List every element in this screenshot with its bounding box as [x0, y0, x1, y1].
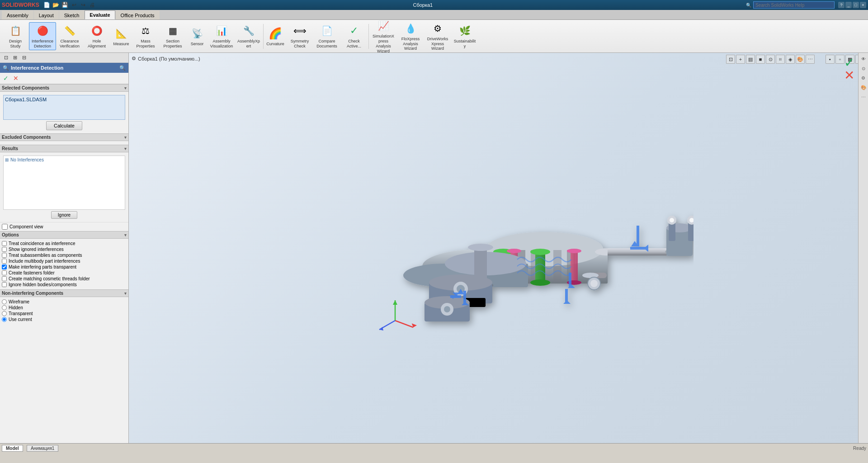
excluded-components-label: Excluded Components [2, 135, 51, 140]
sustainability-btn[interactable]: 🌿 Sustainability [451, 23, 478, 50]
treat-subassemblies-checkbox[interactable] [2, 253, 7, 258]
rs-filter-btn[interactable]: ⊙ [859, 64, 868, 72]
floxpress-icon: 💧 [403, 21, 418, 36]
symmetry-check-btn[interactable]: ⟺ Symmetry Check [286, 23, 313, 50]
tab-layout[interactable]: Layout [34, 10, 59, 19]
driveworks-btn[interactable]: ⚙ DriveWorksXpress Wizard [424, 20, 451, 52]
panel-help-icon[interactable]: 🔍 [119, 65, 126, 71]
viewport[interactable]: ⊡ + ▤ ■ ⊙ ⌗ ◈ 🎨 ⋯ ▪ ▫ ▩ ✕ ⚙ Сборка1 (По … [129, 53, 868, 443]
close-button[interactable]: × [860, 2, 866, 8]
zoom-in-btn[interactable]: + [736, 55, 745, 64]
rs-eye-btn[interactable]: 👁 [859, 55, 868, 63]
split-view-2[interactable]: ▫ [835, 55, 844, 64]
create-fasteners-label: Create fasteners folder [9, 270, 55, 275]
design-study-btn[interactable]: 📋 Design Study [2, 23, 29, 50]
more-view-btn[interactable]: ⋯ [806, 55, 815, 64]
rs-color-btn[interactable]: 🎨 [859, 83, 868, 91]
compare-docs-btn[interactable]: 📄 Compare Documents [313, 23, 340, 50]
calculate-button[interactable]: Calculate [46, 121, 82, 130]
include-multibody-checkbox[interactable] [2, 259, 7, 264]
view-options-btn[interactable]: ▤ [746, 55, 755, 64]
confirm-x[interactable]: ✕ [844, 69, 854, 82]
create-cosmetic-checkbox[interactable] [2, 276, 7, 281]
ignore-button[interactable]: Ignore [51, 211, 77, 219]
floxpress-btn[interactable]: 💧 FloXpress Analysis Wizard [397, 20, 424, 52]
show-ignored-checkbox[interactable] [2, 247, 7, 252]
assembly-xpert-btn[interactable]: 🔧 AssemblyXpert [235, 23, 262, 50]
non-interfering-header[interactable]: Non-interfering Components ▾ [0, 289, 128, 297]
create-fasteners-checkbox[interactable] [2, 270, 7, 275]
include-multibody-label: Include multibody part interferences [9, 259, 80, 264]
panel-header: 🔍 Interference Detection 🔍 [0, 63, 128, 73]
mass-properties-btn[interactable]: ⚖ Mass Properties [132, 23, 159, 50]
confirm-check[interactable]: ✓ [844, 57, 854, 69]
maximize-button[interactable]: □ [853, 2, 859, 8]
qa-redo[interactable]: ↪ [79, 1, 87, 9]
split-view-1[interactable]: ▪ [826, 55, 835, 64]
measure-btn[interactable]: 📐 Measure [110, 25, 132, 47]
appearance-btn[interactable]: 🎨 [796, 55, 805, 64]
clearance-verification-btn[interactable]: 📏 Clearance Verification [56, 23, 83, 50]
selected-components-header[interactable]: Selected Components ▾ [0, 84, 128, 92]
mass-label: Mass Properties [134, 39, 157, 49]
model-tab[interactable]: Model [2, 445, 23, 452]
svg-marker-70 [393, 300, 397, 305]
tab-office-products[interactable]: Office Products [116, 10, 160, 19]
zoom-to-fit-btn[interactable]: ⊡ [726, 55, 735, 64]
make-transparent-checkbox[interactable] [2, 265, 7, 269]
component-view-checkbox[interactable] [2, 224, 8, 230]
tab-sketch[interactable]: Sketch [59, 10, 85, 19]
panel-tool-2[interactable]: ⊞ [11, 54, 19, 62]
qa-open[interactable]: 📂 [52, 1, 60, 9]
section-properties-btn[interactable]: ▦ Section Properties [159, 23, 186, 50]
transparent-radio[interactable] [2, 311, 7, 316]
curvature-btn[interactable]: 🌈 Curvature [264, 25, 286, 47]
panel-tool-1[interactable]: ⊡ [2, 54, 10, 62]
animation-tab[interactable]: Анимация1 [27, 445, 59, 452]
search-input[interactable] [753, 1, 835, 9]
display-style-btn[interactable]: ■ [756, 55, 765, 64]
panel-header-icon: 🔍 [3, 65, 9, 71]
minimize-button[interactable]: _ [845, 2, 852, 8]
qa-new[interactable]: 📄 [43, 1, 51, 9]
help-button[interactable]: ? [838, 2, 844, 8]
measure-icon: 📐 [114, 26, 128, 41]
assembly-visualization-btn[interactable]: 📊 Assembly Visualization [208, 23, 235, 50]
cancel-button[interactable]: ✕ [12, 74, 20, 82]
selected-components-content: Сборка1.SLDASM Calculate [0, 92, 128, 133]
use-current-radio[interactable] [2, 317, 7, 322]
wireframe-radio[interactable] [2, 299, 7, 304]
assembly-3d-model [377, 140, 693, 357]
rs-more-btn[interactable]: ⋯ [859, 93, 868, 101]
treat-coincidence-checkbox[interactable] [2, 241, 7, 246]
ribbon-tabs: Assembly Layout Sketch Evaluate Office P… [0, 10, 868, 20]
section-view-btn[interactable]: ⌗ [776, 55, 785, 64]
simulation-btn[interactable]: 📈 SimulationXpress Analysis Wizard [370, 18, 397, 54]
xpert-label: AssemblyXpert [237, 39, 260, 49]
svg-rect-58 [463, 291, 466, 305]
sensor-btn[interactable]: 📡 Sensor [186, 25, 208, 47]
qa-print[interactable]: 🖨 [88, 1, 96, 9]
hole-alignment-btn[interactable]: ⭕ Hole Alignment [83, 23, 110, 50]
tab-assembly[interactable]: Assembly [2, 10, 33, 19]
results-header[interactable]: Results ▾ [0, 145, 128, 152]
qa-undo[interactable]: ↩ [70, 1, 78, 9]
options-header[interactable]: Options ▾ [0, 231, 128, 239]
interference-detection-btn[interactable]: 🔴 Interference Detection [29, 22, 56, 50]
view-mode-btn[interactable]: ⊙ [766, 55, 775, 64]
excluded-components-header[interactable]: Excluded Components ▾ [0, 133, 128, 141]
accept-button[interactable]: ✓ [2, 74, 10, 82]
panel-scroll[interactable]: Selected Components ▾ Сборка1.SLDASM Cal… [0, 84, 128, 443]
main-layout: ⊡ ⊞ ⊟ 🔍 Interference Detection 🔍 ✓ ✕ Sel… [0, 53, 868, 443]
qa-save[interactable]: 💾 [61, 1, 69, 9]
results-label: Results [2, 146, 18, 151]
check-active-btn[interactable]: ✓ Check Active... [340, 23, 368, 50]
component-view-label: Component view [9, 224, 43, 229]
show-ignored-label: Show ignored interferences [9, 247, 64, 252]
rs-settings-btn[interactable]: ⚙ [859, 74, 868, 82]
hidden-radio[interactable] [2, 305, 7, 310]
tab-evaluate[interactable]: Evaluate [85, 10, 115, 19]
panel-tool-3[interactable]: ⊟ [20, 54, 28, 62]
hide-show-btn[interactable]: ◈ [786, 55, 795, 64]
ignore-hidden-checkbox[interactable] [2, 282, 7, 287]
